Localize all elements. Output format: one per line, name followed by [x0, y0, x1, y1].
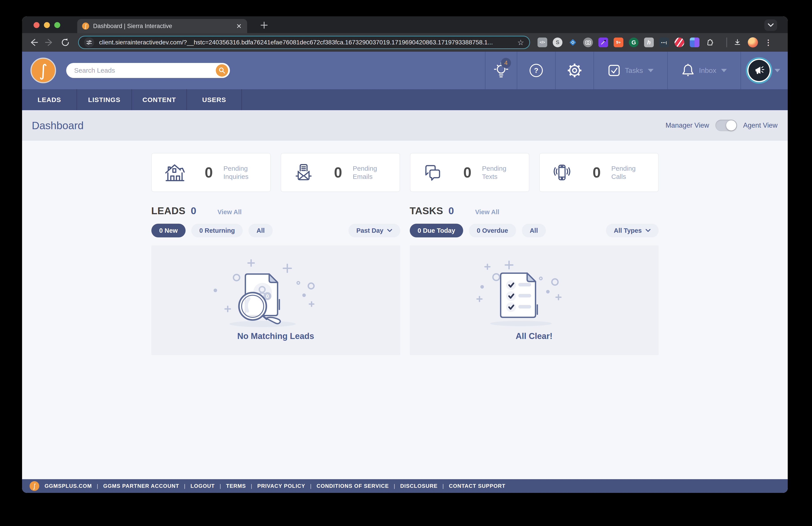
red-striped-extension-icon[interactable]: [675, 38, 684, 47]
bookmark-star-icon[interactable]: ☆: [518, 38, 524, 47]
split-color-extension-icon[interactable]: [690, 38, 699, 47]
help-button[interactable]: ?: [517, 52, 555, 89]
app-header: ∫ 4 ?: [22, 52, 788, 89]
new-tab-button[interactable]: [259, 20, 269, 30]
megaphone-icon: [753, 65, 765, 76]
tab-close-icon[interactable]: [236, 23, 242, 29]
url-text[interactable]: client.sierrainteractivedev.com/?__hstc=…: [99, 39, 515, 46]
back-button[interactable]: [29, 38, 39, 47]
fullscreen-window-button[interactable]: [54, 22, 60, 28]
extension-icons: </> S 9+ G h: [537, 37, 773, 47]
leads-view-all-link[interactable]: View All: [218, 209, 242, 216]
settings-button[interactable]: [555, 52, 594, 89]
nav-item-content[interactable]: CONTENT: [132, 89, 187, 110]
inbox-menu[interactable]: Inbox: [667, 52, 740, 89]
pending-inquiries-card[interactable]: 0 Pending Inquiries: [151, 153, 271, 192]
tab-title: Dashboard | Sierra Interactive: [93, 23, 234, 30]
search-button[interactable]: [216, 64, 228, 76]
stat-label: Pending Calls: [611, 164, 649, 181]
leads-empty-caption: No Matching Leads: [237, 331, 314, 341]
footer-link-partner[interactable]: GGMS PARTNER ACCOUNT: [92, 483, 179, 489]
forward-button[interactable]: [45, 38, 54, 47]
footer-link-conditions[interactable]: CONDITIONS OF SERVICE: [305, 483, 389, 489]
all-clear-illustration: [466, 253, 603, 330]
nav-item-users[interactable]: USERS: [187, 89, 242, 110]
s-extension-icon[interactable]: S: [553, 38, 563, 47]
sierra-logo[interactable]: ∫: [30, 58, 56, 83]
doc-zero-badge: 0: [266, 293, 269, 299]
stat-label: Pending Texts: [482, 164, 520, 181]
filter-all[interactable]: All: [248, 224, 273, 237]
ideas-button[interactable]: 4: [485, 52, 517, 89]
tasks-title: TASKS: [410, 205, 443, 217]
stat-value: 0: [334, 164, 342, 181]
tab-search-button[interactable]: [764, 19, 777, 31]
gear-icon: [567, 63, 582, 77]
footer-link-disclosure[interactable]: DISCLOSURE: [389, 483, 437, 489]
nav-item-leads[interactable]: LEADS: [22, 89, 77, 110]
browser-tab-bar: ∫ Dashboard | Sierra Interactive: [22, 16, 788, 33]
leads-empty-state: 0 No Matching Leads: [151, 245, 400, 355]
agent-view-label: Agent View: [743, 122, 778, 129]
no-leads-illustration: 0: [207, 253, 344, 330]
camera-extension-icon[interactable]: [583, 38, 593, 47]
filter-due-today[interactable]: 0 Due Today: [410, 224, 463, 237]
address-bar[interactable]: client.sierrainteractivedev.com/?__hstc=…: [78, 36, 530, 49]
footer-logo: ∫: [30, 481, 39, 491]
footer-link-ggmsplus[interactable]: GGMSPLUS.COM: [45, 483, 92, 489]
pending-calls-card[interactable]: 0 Pending Calls: [539, 153, 659, 192]
password-extension-icon[interactable]: •••|: [659, 38, 669, 47]
extensions-puzzle-icon[interactable]: [705, 38, 715, 47]
account-avatar[interactable]: [749, 60, 770, 81]
browser-profile-avatar[interactable]: [748, 37, 758, 47]
diamond-extension-icon[interactable]: [568, 38, 578, 47]
phone-icon: [551, 162, 572, 183]
nineplus-extension-icon[interactable]: 9+: [614, 38, 623, 47]
browser-menu-kebab-icon[interactable]: ⋮: [764, 38, 773, 47]
stat-value: 0: [463, 164, 472, 181]
grammarly-extension-icon[interactable]: G: [629, 38, 639, 47]
minimize-window-button[interactable]: [44, 22, 50, 28]
chevron-down-icon: [387, 229, 392, 232]
window-controls: [33, 22, 60, 28]
browser-window: ∫ Dashboard | Sierra Interactive: [22, 16, 788, 493]
devtools-extension-icon[interactable]: </>: [537, 38, 547, 47]
nav-item-listings[interactable]: LISTINGS: [77, 89, 132, 110]
account-menu[interactable]: [740, 52, 788, 89]
leads-range-dropdown[interactable]: Past Day: [348, 224, 400, 237]
pending-emails-card[interactable]: 0 Pending Emails: [281, 153, 400, 192]
house-icon: [163, 162, 186, 183]
dashboard-content: 0 Pending Inquiries 0: [22, 141, 788, 479]
page-title: Dashboard: [32, 119, 84, 132]
site-settings-icon[interactable]: [84, 37, 94, 47]
chat-bubbles-icon: [422, 162, 444, 183]
pending-texts-card[interactable]: 0 Pending Texts: [410, 153, 530, 192]
h-extension-icon[interactable]: h: [644, 38, 654, 47]
footer-link-terms[interactable]: TERMS: [215, 483, 246, 489]
browser-tab[interactable]: ∫ Dashboard | Sierra Interactive: [77, 19, 247, 33]
tasks-view-all-link[interactable]: View All: [475, 209, 499, 216]
bell-icon: [681, 63, 695, 77]
stat-value: 0: [205, 164, 213, 181]
footer-link-logout[interactable]: LOGOUT: [179, 483, 215, 489]
filter-all-tasks[interactable]: All: [522, 224, 546, 237]
filter-returning[interactable]: 0 Returning: [191, 224, 243, 237]
search-input[interactable]: [74, 67, 216, 74]
chevron-down-icon: [721, 69, 727, 72]
close-window-button[interactable]: [33, 22, 40, 28]
view-toggle-knob[interactable]: [726, 120, 736, 130]
footer-link-privacy[interactable]: PRIVACY POLICY: [246, 483, 305, 489]
stat-value: 0: [593, 164, 601, 181]
reload-button[interactable]: [60, 38, 70, 47]
eyedropper-extension-icon[interactable]: [598, 38, 608, 47]
chevron-down-icon: [774, 69, 780, 72]
view-toggle[interactable]: [715, 120, 737, 131]
downloads-icon[interactable]: [733, 38, 742, 47]
tasks-menu[interactable]: Tasks: [594, 52, 667, 89]
filter-new[interactable]: 0 New: [151, 224, 186, 237]
header-actions: 4 ?: [485, 52, 788, 89]
tasks-type-dropdown[interactable]: All Types: [606, 224, 659, 237]
filter-overdue[interactable]: 0 Overdue: [469, 224, 516, 237]
footer-link-support[interactable]: CONTACT SUPPORT: [437, 483, 506, 489]
tasks-empty-caption: All Clear!: [516, 331, 552, 341]
